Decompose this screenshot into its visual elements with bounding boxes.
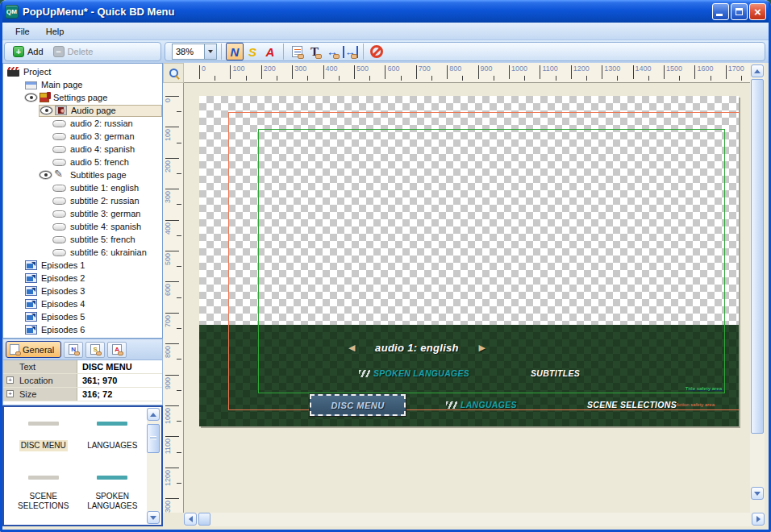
forbid-button[interactable] <box>368 43 386 60</box>
resize-tool-button[interactable] <box>341 43 359 60</box>
tree-item[interactable]: subtitle 6: ukrainian <box>3 246 162 259</box>
visibility-eye-icon[interactable] <box>40 171 52 179</box>
tab-style-a[interactable]: A <box>107 342 127 358</box>
tree-item[interactable]: subtitle 4: spanish <box>3 220 162 233</box>
style-button-s[interactable]: S <box>244 43 261 60</box>
expand-button[interactable]: + <box>6 390 14 397</box>
tree-item[interactable]: Episodes 4 <box>3 297 162 310</box>
tree-item[interactable]: subtitle 1: english <box>3 181 162 194</box>
ruler-tick <box>354 65 355 79</box>
artboard[interactable]: Action safety area Title safety area ◀ a… <box>199 96 739 426</box>
ruler-tick <box>694 65 695 79</box>
menu-help[interactable]: Help <box>40 24 74 39</box>
expand-button[interactable]: + <box>6 376 14 384</box>
zoom-combobox[interactable]: 38% <box>172 44 217 60</box>
tree-item[interactable]: audio 3: german <box>3 130 162 143</box>
tree-item[interactable]: Main page <box>3 78 162 91</box>
add-button[interactable]: Add <box>8 44 48 59</box>
minimize-button[interactable] <box>712 3 729 20</box>
tree-item[interactable]: Episodes 1 <box>3 259 162 272</box>
ruler-tick <box>416 65 417 79</box>
paper-letter-icon: N <box>69 344 78 355</box>
tree-item[interactable]: Episodes 6 <box>3 323 162 336</box>
toolbar-separator <box>363 44 364 60</box>
tree-item[interactable]: subtitle 5: french <box>3 233 162 246</box>
ruler-tick <box>177 328 181 329</box>
scroll-up-button[interactable] <box>751 64 764 77</box>
tree-item[interactable]: Episodes 2 <box>3 272 162 285</box>
property-name: Text <box>3 360 77 373</box>
tree-item[interactable]: Project <box>3 65 162 78</box>
gallery-item[interactable]: SCENE SELECTIONS <box>9 469 78 525</box>
spoken-languages-button[interactable]: SPOKEN LANGUAGES <box>359 368 469 378</box>
property-value[interactable]: 361; 970 <box>77 376 162 385</box>
audio-selector-text[interactable]: audio 1: english <box>375 342 459 354</box>
ruler-label: 1200 <box>573 64 590 73</box>
scene-selections-button[interactable]: SCENE SELECTIONS <box>587 400 677 409</box>
tree-item[interactable]: Subtitles page <box>3 168 162 181</box>
tree-item[interactable]: subtitle 2: russian <box>3 194 162 207</box>
disc-menu-label: DISC MENU <box>331 401 384 410</box>
scroll-right-button[interactable] <box>752 513 765 526</box>
text-tool-button[interactable] <box>306 43 323 60</box>
disc-menu-button[interactable]: DISC MENU <box>310 394 406 416</box>
tree-item[interactable]: Settings page <box>3 91 162 104</box>
properties-tab-strip: GeneralNSA <box>2 339 163 360</box>
tab-general[interactable]: General <box>6 341 61 358</box>
property-value[interactable]: DISC MENU <box>77 362 162 372</box>
property-row: TextDISC MENU <box>3 360 162 374</box>
ruler-tick <box>165 375 179 376</box>
tab-style-s[interactable]: S <box>85 342 105 358</box>
ruler-tick <box>478 65 479 79</box>
gallery-item-label: DISC MENU <box>19 440 68 451</box>
gallery-scroll-thumb[interactable] <box>147 424 160 453</box>
ruler-tick <box>177 421 181 422</box>
tree-item[interactable]: subtitle 3: german <box>3 207 162 220</box>
tree-item[interactable]: audio 2: russian <box>3 117 162 130</box>
ruler-tick <box>509 65 510 79</box>
next-arrow-icon[interactable]: ▶ <box>479 343 486 352</box>
move-tool-button[interactable] <box>323 43 341 60</box>
tab-style-n[interactable]: N <box>64 342 83 358</box>
tree-item[interactable]: Audio page <box>3 104 162 117</box>
scroll-left-button[interactable] <box>184 513 197 526</box>
audio-selector[interactable]: ◀ audio 1: english ▶ <box>348 340 486 355</box>
menu-file[interactable]: File <box>9 24 40 39</box>
ruler-label: 600 <box>387 64 399 73</box>
canvas-vertical-scrollbar[interactable] <box>750 63 765 513</box>
magnifier-icon[interactable] <box>169 69 178 77</box>
style-button-n[interactable]: N <box>226 43 244 60</box>
gallery-scrollbar[interactable] <box>147 408 160 524</box>
style-button-a[interactable]: A <box>261 43 279 60</box>
close-button[interactable] <box>749 3 766 20</box>
episode-icon <box>25 273 37 283</box>
zoom-dropdown-icon[interactable] <box>204 44 216 59</box>
edit-style-button[interactable] <box>288 43 306 60</box>
visibility-eye-icon[interactable] <box>25 94 37 102</box>
canvas-viewport[interactable]: Action safety area Title safety area ◀ a… <box>184 83 750 513</box>
prev-arrow-icon[interactable]: ◀ <box>348 343 355 352</box>
scroll-up-button[interactable] <box>147 408 160 421</box>
tree-item[interactable]: audio 4: spanish <box>3 143 162 156</box>
languages-button[interactable]: LANGUAGES <box>446 400 517 409</box>
delete-minus-icon <box>53 46 65 57</box>
tree-item[interactable]: Episodes 3 <box>3 285 162 297</box>
visibility-eye-icon[interactable] <box>40 106 52 114</box>
scroll-down-button[interactable] <box>751 487 764 500</box>
h-scroll-thumb[interactable] <box>198 513 210 526</box>
delete-button[interactable]: Delete <box>48 44 98 59</box>
add-plus-icon <box>13 46 24 57</box>
v-scroll-thumb[interactable] <box>751 79 764 434</box>
gallery-item[interactable]: LANGUAGES <box>78 415 148 464</box>
scroll-down-button[interactable] <box>147 511 160 524</box>
subtitles-button[interactable]: SUBTITLES <box>531 368 580 378</box>
tree-item[interactable]: Episodes 5 <box>3 310 162 323</box>
property-value[interactable]: 316; 72 <box>77 389 162 399</box>
tree-item[interactable]: audio 5: french <box>3 156 162 168</box>
ruler-tick <box>165 343 179 344</box>
gallery-item[interactable]: SPOKEN LANGUAGES <box>78 469 148 525</box>
canvas-horizontal-scrollbar[interactable] <box>184 513 765 526</box>
hand-cursor-icon <box>74 351 80 355</box>
gallery-item[interactable]: DISC MENU <box>9 415 78 464</box>
maximize-button[interactable] <box>731 3 748 20</box>
